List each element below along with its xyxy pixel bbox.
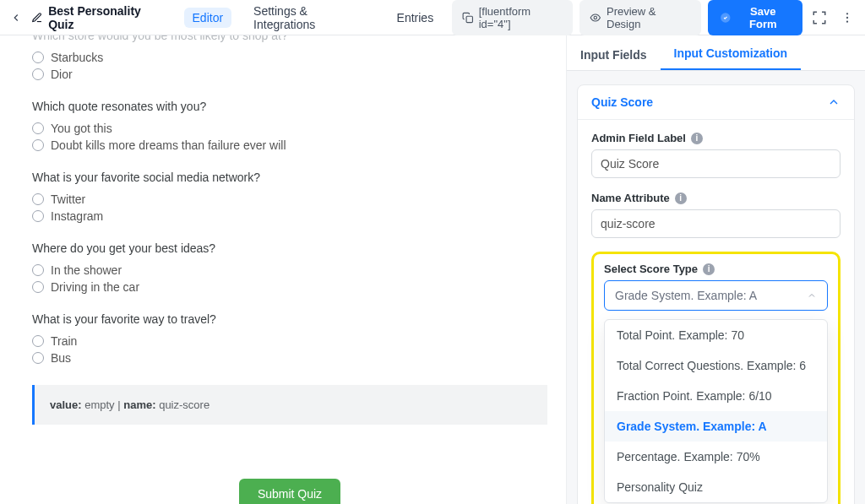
name-attribute-label: Name Attribute i [591,192,841,204]
radio-icon [32,335,44,347]
svg-point-5 [846,20,848,22]
radio-option[interactable]: You got this [32,122,566,135]
shortcode-text: [fluentform id="4"] [479,5,563,30]
score-type-option[interactable]: Grade System. Example: A [605,411,827,442]
svg-rect-0 [466,16,472,22]
svg-point-3 [846,13,848,14]
info-icon[interactable]: i [703,263,715,275]
radio-option[interactable]: Dior [32,68,566,81]
main: Which store would you be most likely to … [0,35,865,504]
form-title-text: Best Personality Quiz [48,4,166,31]
radio-option[interactable]: Train [32,334,566,348]
name-attribute-input[interactable] [591,209,841,238]
topbar: Best Personality Quiz Editor Settings & … [0,0,865,35]
radio-option[interactable]: Doubt kills more dreams than failure eve… [32,138,566,152]
radio-icon [32,264,44,276]
score-type-option[interactable]: Total Point. Example: 70 [605,320,827,350]
admin-field-label-input[interactable] [591,149,841,178]
valuebox-valuelabel: value: [50,398,82,411]
info-icon[interactable]: i [675,192,687,204]
chevron-left-icon [10,12,22,24]
eye-icon [590,12,601,24]
valuebox-name: quiz-score [159,398,209,411]
shortcode-button[interactable]: [fluentform id="4"] [452,0,573,35]
radio-icon [32,51,44,63]
question-title: Which quote resonates with you? [32,100,566,113]
form-canvas: Which store would you be most likely to … [0,35,566,504]
sidebar: Input Fields Input Customization Quiz Sc… [566,35,865,504]
chevron-down-icon [807,290,817,301]
panel-title: Quiz Score [591,95,653,109]
score-type-highlight: Select Score Type i Grade System. Exampl… [591,252,841,504]
radio-icon [32,139,44,151]
question-title: What is your favorite social media netwo… [32,171,566,184]
nav-tabs: Editor Settings & Integrations Entries [184,1,443,35]
select-score-type-label: Select Score Type i [604,263,828,275]
fullscreen-icon [812,10,827,25]
quiz-score-panel: Quiz Score Admin Field Label i Name Attr… [577,84,855,504]
copy-icon [462,12,474,24]
question-block: Which store would you be most likely to … [32,35,566,81]
svg-point-1 [595,16,597,19]
info-icon[interactable]: i [691,133,703,144]
select-score-type-selected: Grade System. Example: A [615,289,757,302]
score-type-dropdown-list: Total Point. Example: 70 Total Correct Q… [604,319,828,503]
score-type-option[interactable]: Fraction Point. Example: 6/10 [605,381,827,411]
panel-header[interactable]: Quiz Score [578,85,854,120]
save-form-button[interactable]: Save Form [708,0,802,35]
question-block: Which quote resonates with you? You got … [32,100,566,152]
tab-input-fields[interactable]: Input Fields [567,40,661,70]
radio-option[interactable]: Bus [32,351,566,365]
question-block: What is your favorite social media netwo… [32,171,566,223]
admin-field-label-label: Admin Field Label i [591,132,841,144]
back-button[interactable] [7,8,24,27]
fullscreen-button[interactable] [809,7,830,29]
radio-option[interactable]: Starbucks [32,51,566,64]
radio-icon [32,210,44,222]
tab-editor[interactable]: Editor [184,8,232,28]
more-menu-button[interactable] [837,7,858,29]
tab-input-customization[interactable]: Input Customization [661,38,802,70]
radio-icon [32,281,44,293]
question-block: Where do you get your best ideas? In the… [32,241,566,294]
radio-icon [32,122,44,134]
select-score-type-dropdown[interactable]: Grade System. Example: A [604,280,828,311]
radio-option[interactable]: Instagram [32,209,566,223]
tab-entries[interactable]: Entries [389,8,443,28]
score-type-option[interactable]: Percentage. Example: 70% [605,442,827,472]
form-title: Best Personality Quiz [31,4,166,31]
preview-design-label: Preview & Design [607,5,691,30]
radio-option[interactable]: Twitter [32,192,566,206]
save-form-label: Save Form [736,5,790,30]
radio-icon [32,193,44,205]
question-block: What is your favorite way to travel? Tra… [32,312,566,365]
preview-design-button[interactable]: Preview & Design [579,0,700,35]
radio-option[interactable]: Driving in the car [32,280,566,294]
svg-point-4 [846,16,848,18]
question-title: Where do you get your best ideas? [32,241,566,255]
radio-icon [32,68,44,80]
radio-icon [32,352,44,364]
sidebar-tabs: Input Fields Input Customization [567,35,865,71]
tab-settings[interactable]: Settings & Integrations [245,1,374,35]
score-type-option[interactable]: Personality Quiz [605,472,827,502]
radio-option[interactable]: In the shower [32,263,566,277]
dots-vertical-icon [841,11,854,24]
question-title: Which store would you be most likely to … [32,35,566,42]
submit-quiz-button[interactable]: Submit Quiz [239,479,340,504]
score-type-option[interactable]: Total Correct Questions. Example: 6 [605,350,827,381]
check-circle-icon [720,12,732,24]
valuebox-value: empty [84,398,114,411]
pencil-icon[interactable] [31,12,43,24]
question-title: What is your favorite way to travel? [32,312,566,326]
quiz-score-preview[interactable]: value: empty | name: quiz-score [32,385,547,425]
chevron-up-icon [827,95,841,109]
valuebox-namelabel: name: [123,398,155,411]
